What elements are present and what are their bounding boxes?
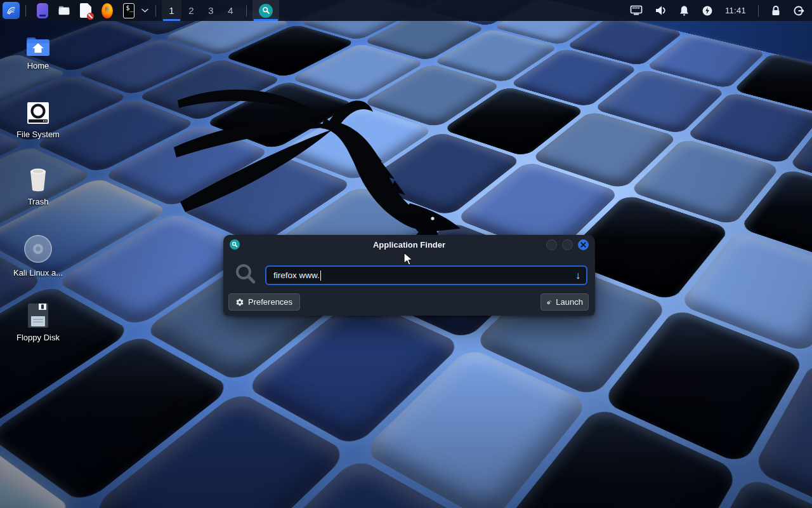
search-input[interactable]: firefox www. ↓ <box>265 265 587 285</box>
titlebar[interactable]: Application Finder <box>223 235 595 254</box>
desktop-icon-label: Kali Linux a... <box>13 268 63 277</box>
expand-arrow-icon[interactable]: ↓ <box>575 271 580 281</box>
floppy-icon <box>26 302 50 329</box>
terminal-button[interactable]: $_ <box>119 1 138 20</box>
kali-menu-icon <box>6 4 16 17</box>
dragon-eye <box>431 217 434 220</box>
chevron-down-icon <box>141 8 148 13</box>
desktop-icon-label: Home <box>27 61 49 70</box>
status-tray: 11:41 <box>630 5 812 17</box>
workspace-1-label: 1 <box>169 5 174 16</box>
text-caret <box>320 271 321 281</box>
applications-menu-button[interactable] <box>3 2 20 19</box>
desktop: $_ 1 2 3 4 <box>0 0 812 508</box>
panel-separator <box>25 5 26 17</box>
close-button[interactable] <box>578 239 589 250</box>
panel-separator <box>155 5 156 17</box>
clock[interactable]: 11:41 <box>725 6 746 15</box>
desktop-icon-file-system[interactable]: File System <box>8 100 69 139</box>
launch-button[interactable]: Launch <box>540 293 589 311</box>
desktop-icon-floppy-disk[interactable]: Floppy Disk <box>8 302 69 342</box>
window-title: Application Finder <box>223 240 595 250</box>
workspace-3-label: 3 <box>208 5 213 16</box>
workspace-2-label: 2 <box>188 5 193 16</box>
launch-label: Launch <box>556 297 583 307</box>
gear-icon <box>235 298 244 307</box>
lock-icon[interactable] <box>771 5 781 17</box>
notifications-icon[interactable] <box>679 5 690 17</box>
workspace-2[interactable]: 2 <box>181 0 201 21</box>
cdrom-icon <box>23 234 53 264</box>
file-manager-button[interactable] <box>55 1 74 20</box>
desktop-icon-label: File System <box>16 130 60 139</box>
show-desktop-icon <box>37 3 48 18</box>
desktop-icon-trash[interactable]: Trash <box>8 166 69 206</box>
panel-separator <box>758 5 759 17</box>
text-editor-icon <box>80 3 91 18</box>
terminal-icon: $_ <box>123 3 134 18</box>
file-manager-icon <box>58 4 70 17</box>
text-editor-button[interactable] <box>76 1 95 20</box>
application-finder-icon <box>259 4 273 18</box>
search-icon <box>234 262 257 288</box>
home-folder-icon <box>25 36 51 57</box>
close-icon <box>580 242 586 248</box>
preferences-label: Preferences <box>248 297 292 307</box>
desktop-icon-kali-cdrom[interactable]: Kali Linux a... <box>8 234 69 277</box>
trash-icon <box>25 166 51 193</box>
show-desktop-button[interactable] <box>33 1 52 20</box>
ethernet-icon[interactable] <box>630 5 643 16</box>
workspace-4-label: 4 <box>228 5 233 16</box>
minimize-button[interactable] <box>546 239 557 250</box>
logout-icon[interactable] <box>793 5 804 17</box>
preferences-button[interactable]: Preferences <box>228 293 300 311</box>
power-manager-icon[interactable] <box>702 5 713 17</box>
firefox-button[interactable] <box>98 1 117 20</box>
terminal-dropdown-button[interactable] <box>140 8 150 13</box>
panel-separator <box>246 5 247 17</box>
firefox-icon <box>102 3 113 18</box>
top-panel: $_ 1 2 3 4 <box>0 0 812 21</box>
search-input-value: firefox www. <box>273 271 320 280</box>
run-icon <box>546 298 552 307</box>
workspace-1[interactable]: 1 <box>162 0 181 21</box>
volume-icon[interactable] <box>655 5 667 16</box>
desktop-icon-home[interactable]: Home <box>8 36 69 70</box>
application-finder-window: Application Finder firefox www. ↓ <box>223 235 595 316</box>
maximize-button[interactable] <box>562 239 573 250</box>
workspace-3[interactable]: 3 <box>201 0 221 21</box>
workspace-4[interactable]: 4 <box>221 0 240 21</box>
window-search-icon <box>230 239 240 250</box>
taskbar-application-finder[interactable] <box>252 0 279 21</box>
desktop-icon-label: Trash <box>28 197 49 206</box>
filesystem-drive-icon <box>25 100 51 126</box>
desktop-icon-label: Floppy Disk <box>16 333 60 342</box>
